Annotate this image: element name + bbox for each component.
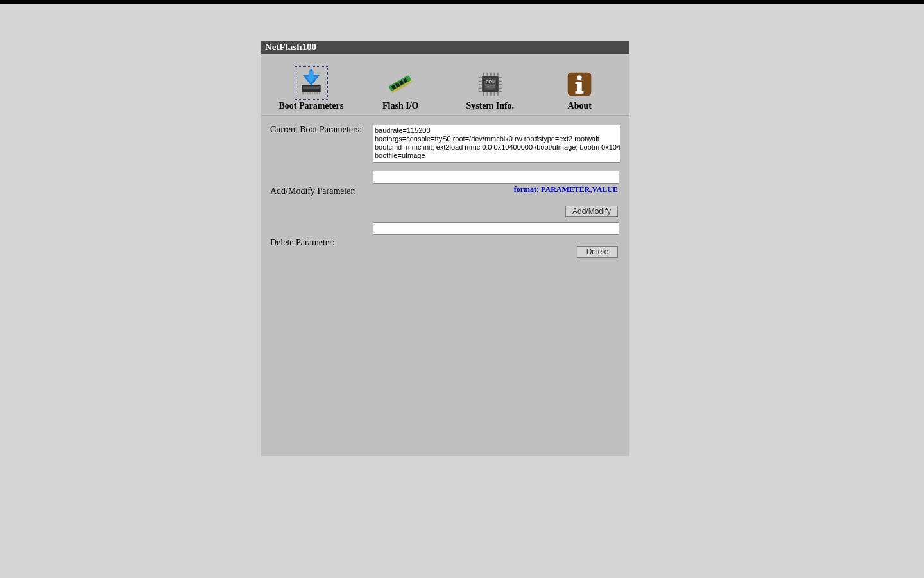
ram-stick-icon [385,69,416,100]
svg-rect-40 [485,85,495,89]
svg-point-42 [578,75,582,80]
svg-rect-24 [490,92,492,96]
add-modify-hint: format: PARAMETER,VALUE [373,185,618,195]
nav-about[interactable]: About [541,69,618,111]
form-table: Current Boot Parameters: Add/Modify Para… [269,122,622,260]
svg-rect-8 [316,92,318,95]
svg-rect-3 [305,92,306,95]
add-modify-button[interactable]: Add/Modify [565,206,618,217]
svg-rect-32 [499,77,502,78]
nav-label: Boot Parameters [278,101,343,111]
window-title: NetFlash100 [261,41,629,54]
add-modify-label: Add/Modify Parameter: [269,168,372,220]
svg-rect-2 [302,92,304,95]
svg-rect-44 [576,82,581,84]
window-top-border [0,0,924,4]
nav-system-info[interactable]: CPU System Info. [452,69,529,111]
nav-bar: Boot Parameters Flash I/O [261,54,629,116]
nav-label: About [568,101,592,111]
svg-rect-7 [314,92,315,95]
app-window: NetFlash100 Boot Parameters [261,41,629,456]
svg-rect-18 [486,73,488,76]
svg-rect-29 [478,84,482,85]
svg-rect-36 [499,91,502,92]
content-panel: Current Boot Parameters: Add/Modify Para… [261,116,629,456]
svg-rect-4 [307,92,308,95]
svg-rect-6 [312,92,313,95]
svg-rect-19 [490,73,492,76]
svg-text:CPU: CPU [486,80,495,84]
svg-rect-5 [309,92,311,95]
nav-boot-parameters[interactable]: Boot Parameters [273,66,350,111]
svg-rect-26 [497,92,499,96]
delete-button[interactable]: Delete [577,246,618,258]
add-modify-input[interactable] [373,171,619,184]
svg-rect-27 [478,77,482,78]
svg-rect-1 [303,87,320,90]
nav-label: Flash I/O [382,101,418,111]
nav-label: System Info. [466,101,514,111]
svg-rect-45 [576,91,584,94]
svg-rect-28 [478,81,482,82]
chip-download-icon [295,66,328,100]
current-params-textarea[interactable] [373,125,620,163]
delete-label: Delete Parameter: [269,220,372,260]
info-icon [564,69,595,100]
svg-rect-35 [499,88,502,89]
svg-rect-25 [493,92,495,96]
cpu-chip-icon: CPU [475,69,506,100]
svg-rect-10 [309,71,313,78]
svg-rect-22 [483,92,484,96]
delete-input[interactable] [373,222,619,235]
svg-rect-30 [478,88,482,89]
svg-rect-20 [493,73,495,76]
nav-flash-io[interactable]: Flash I/O [362,69,439,111]
current-params-label: Current Boot Parameters: [269,122,372,168]
svg-rect-31 [478,91,482,92]
svg-rect-33 [499,81,502,82]
svg-rect-34 [499,84,502,85]
svg-rect-21 [497,73,499,76]
svg-rect-17 [483,73,484,76]
svg-rect-9 [319,92,320,95]
svg-rect-23 [486,92,488,96]
